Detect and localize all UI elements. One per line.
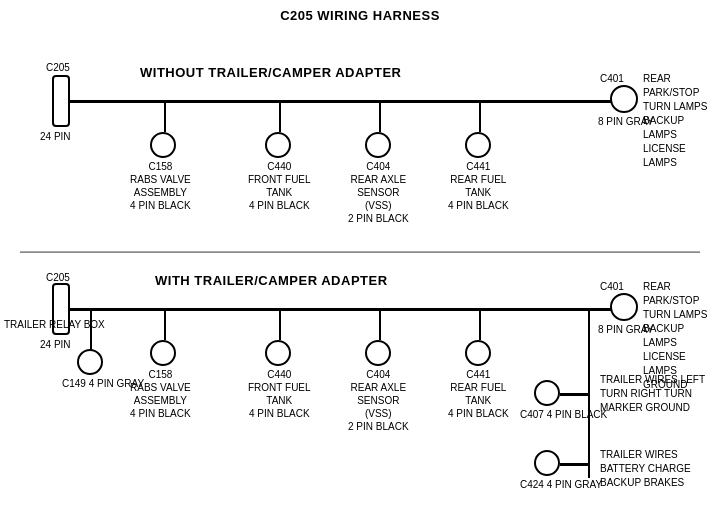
c424-desc-s2: TRAILER WIRES BATTERY CHARGE BACKUP BRAK… xyxy=(600,448,720,490)
c407-circle-s2 xyxy=(534,380,560,406)
vline-c158-s2 xyxy=(164,310,166,340)
vline-c441-s1 xyxy=(479,102,481,132)
c401-label-s2: C401 xyxy=(600,280,624,293)
diagram-container: WITHOUT TRAILER/CAMPER ADAPTER C205 24 P… xyxy=(0,23,720,513)
c401-circle-s1 xyxy=(610,85,638,113)
c205-rect-s1 xyxy=(52,75,70,127)
vline-c441-s2 xyxy=(479,310,481,340)
hline-s1 xyxy=(70,100,616,103)
vline-c404-s1 xyxy=(379,102,381,132)
hline-c407 xyxy=(560,393,590,396)
c205-label-s2: C205 xyxy=(46,271,70,284)
c441-circle-s2 xyxy=(465,340,491,366)
vline-c158-s1 xyxy=(164,102,166,132)
c205-pin-s1: 24 PIN xyxy=(40,130,71,143)
c440-circle-s1 xyxy=(265,132,291,158)
c441-label-s1: C441REAR FUELTANK4 PIN BLACK xyxy=(448,160,509,212)
c407-label-s2: C407 4 PIN BLACK xyxy=(520,408,607,421)
c440-label-s1: C440FRONT FUELTANK4 PIN BLACK xyxy=(248,160,311,212)
c158-circle-s2 xyxy=(150,340,176,366)
c401-label-s1: C401 xyxy=(600,72,624,85)
c441-circle-s1 xyxy=(465,132,491,158)
c401-circle-s2 xyxy=(610,293,638,321)
c440-label-s2: C440FRONT FUELTANK4 PIN BLACK xyxy=(248,368,311,420)
c158-label-s2: C158RABS VALVEASSEMBLY4 PIN BLACK xyxy=(130,368,191,420)
section1-label: WITHOUT TRAILER/CAMPER ADAPTER xyxy=(140,65,402,80)
c401-desc-s1: REAR PARK/STOP TURN LAMPS BACKUP LAMPS L… xyxy=(643,72,720,170)
hline-s2 xyxy=(70,308,616,311)
c149-circle-s2 xyxy=(77,349,103,375)
c404-label-s2: C404REAR AXLESENSOR(VSS)2 PIN BLACK xyxy=(348,368,409,433)
c404-label-s1: C404REAR AXLESENSOR(VSS)2 PIN BLACK xyxy=(348,160,409,225)
trailer-relay-label: TRAILER RELAY BOX xyxy=(4,318,105,331)
c424-circle-s2 xyxy=(534,450,560,476)
hline-c424 xyxy=(560,463,590,466)
c404-circle-s1 xyxy=(365,132,391,158)
c441-label-s2: C441REAR FUELTANK4 PIN BLACK xyxy=(448,368,509,420)
section2-label: WITH TRAILER/CAMPER ADAPTER xyxy=(155,273,388,288)
vline-c440-s2 xyxy=(279,310,281,340)
c424-label-s2: C424 4 PIN GRAY xyxy=(520,478,602,491)
c440-circle-s2 xyxy=(265,340,291,366)
page-title: C205 WIRING HARNESS xyxy=(0,0,720,23)
c404-circle-s2 xyxy=(365,340,391,366)
c158-label-s1: C158RABS VALVEASSEMBLY4 PIN BLACK xyxy=(130,160,191,212)
c205-pin-s2: 24 PIN xyxy=(40,338,71,351)
c205-label-s1: C205 xyxy=(46,61,70,74)
c407-desc-s2: TRAILER WIRES LEFT TURN RIGHT TURN MARKE… xyxy=(600,373,720,415)
vline-c440-s1 xyxy=(279,102,281,132)
c158-circle-s1 xyxy=(150,132,176,158)
vline-c404-s2 xyxy=(379,310,381,340)
divider xyxy=(20,251,700,253)
